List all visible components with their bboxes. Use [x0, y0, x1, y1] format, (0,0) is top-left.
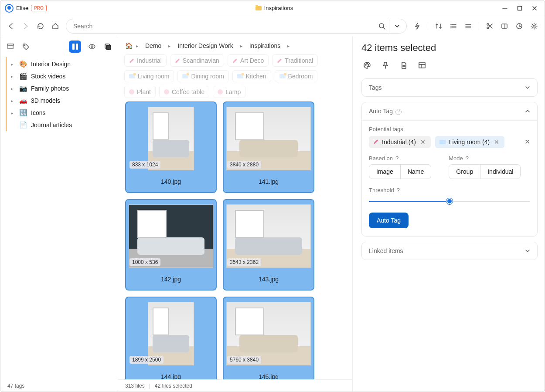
- threshold-label: Threshold?: [369, 187, 530, 193]
- gallery-card[interactable]: 1000 x 536142.jpg: [125, 199, 217, 291]
- gallery[interactable]: 833 x 1024140.jpg3840 x 2880141.jpg1000 …: [118, 101, 352, 379]
- crumb-demo[interactable]: Demo: [142, 41, 165, 51]
- filter-industrial[interactable]: Industrial: [124, 54, 167, 67]
- tree-item-icons[interactable]: ▸🔣Icons: [7, 107, 118, 119]
- user-name: Elise: [16, 5, 28, 11]
- sort-icon[interactable]: [434, 22, 443, 30]
- panel-title: 42 items selected: [361, 42, 538, 54]
- filter-bedroom[interactable]: Bedroom: [275, 70, 318, 82]
- gallery-card[interactable]: 1899 x 2500144.jpg: [125, 297, 217, 379]
- svg-rect-27: [106, 45, 111, 50]
- filter-plant[interactable]: Plant: [124, 86, 156, 98]
- filter-living-room[interactable]: Living room: [124, 70, 174, 82]
- potential-tag-industrial[interactable]: Industrial (4) ✕: [369, 136, 431, 148]
- remove-tag-icon[interactable]: ✕: [493, 139, 500, 145]
- help-icon[interactable]: ?: [397, 187, 400, 193]
- search-icon[interactable]: [378, 22, 386, 30]
- crumb-inspirations[interactable]: Inspirations: [246, 41, 284, 51]
- filter-scandinavian[interactable]: Scandinavian: [170, 54, 224, 67]
- main-toolbar: [0, 16, 545, 36]
- scissors-icon[interactable]: [485, 22, 494, 30]
- panel-doc-icon[interactable]: [400, 61, 408, 71]
- filter-dining-room[interactable]: Dining room: [177, 70, 228, 82]
- list-icon[interactable]: [449, 22, 458, 30]
- status-files: 313 files: [125, 383, 145, 389]
- tag-icon[interactable]: [21, 42, 31, 51]
- archive-icon[interactable]: [6, 42, 15, 51]
- mode-label: Mode?: [449, 155, 521, 162]
- crumb-interior-design-work[interactable]: Interior Design Work: [174, 41, 236, 51]
- auto-tag-header[interactable]: Auto Tag?: [362, 102, 537, 120]
- linked-items-section: Linked items: [361, 242, 538, 260]
- home-crumb-icon[interactable]: 🏠: [125, 42, 133, 49]
- main-area: 🏠▸ Demo▸ Interior Design Work▸ Inspirati…: [118, 36, 353, 392]
- help-icon[interactable]: ?: [395, 155, 399, 162]
- close-button[interactable]: [531, 5, 538, 11]
- window-title: Inspirations: [264, 5, 293, 11]
- separator: [428, 21, 428, 31]
- tags-section: Tags: [361, 78, 538, 97]
- help-icon[interactable]: ?: [466, 155, 469, 162]
- filter-coffee-table[interactable]: Coffee table: [159, 86, 209, 98]
- layers-icon[interactable]: [103, 42, 112, 51]
- settings-icon[interactable]: [530, 22, 538, 30]
- gallery-card[interactable]: 5760 x 3840145.jpg: [223, 297, 314, 379]
- svg-point-9: [451, 24, 451, 24]
- panel-icon[interactable]: [500, 22, 509, 30]
- auto-tag-section: Auto Tag? Potential tags Industrial (4) …: [361, 102, 538, 237]
- minimize-button[interactable]: [502, 5, 508, 11]
- based-on-label: Based on?: [369, 155, 431, 162]
- tree-item-journal-articles[interactable]: ▸📄Journal articles: [7, 119, 118, 131]
- lines-icon[interactable]: [464, 22, 473, 30]
- image-filename: 141.jpg: [259, 178, 279, 185]
- filter-lamp[interactable]: Lamp: [213, 86, 245, 98]
- tags-header[interactable]: Tags: [362, 79, 537, 96]
- filter-traditional[interactable]: Traditional: [272, 54, 318, 67]
- nav-forward-button[interactable]: [21, 22, 30, 30]
- panel-table-icon[interactable]: [418, 61, 426, 71]
- eye-icon[interactable]: [87, 42, 97, 51]
- tree-item-interior-design[interactable]: ▸🎨Interior Design: [7, 58, 118, 70]
- svg-point-11: [451, 27, 451, 28]
- panel-pin-icon[interactable]: [382, 61, 389, 71]
- maximize-button[interactable]: [517, 5, 523, 11]
- refresh-button[interactable]: [36, 22, 45, 30]
- gallery-card[interactable]: 3840 x 2880141.jpg: [223, 101, 314, 193]
- image-dimensions: 3840 x 2880: [227, 161, 261, 169]
- svg-rect-23: [7, 44, 14, 45]
- search-box[interactable]: [66, 19, 407, 34]
- tree-item-family-photos[interactable]: ▸📷Family photos: [7, 82, 118, 95]
- based-on-toggle[interactable]: Image Name: [369, 164, 431, 179]
- image-dimensions: 1000 x 536: [129, 258, 160, 266]
- gallery-card[interactable]: 833 x 1024140.jpg: [125, 101, 217, 193]
- help-icon[interactable]: ?: [395, 109, 402, 115]
- filter-art-deco[interactable]: Art Deco: [228, 54, 269, 67]
- threshold-slider[interactable]: [369, 197, 530, 206]
- auto-tag-button[interactable]: Auto Tag: [369, 213, 409, 228]
- potential-tags-label: Potential tags: [369, 126, 530, 132]
- tree-item-stock-videos[interactable]: ▸🎬Stock videos: [7, 70, 118, 82]
- panel-palette-icon[interactable]: [363, 61, 371, 71]
- linked-items-header[interactable]: Linked items: [362, 242, 537, 260]
- pro-badge: PRO: [31, 5, 47, 11]
- tree-item-3d-models[interactable]: ▸🚗3D models: [7, 95, 118, 107]
- svg-point-24: [24, 45, 25, 46]
- image-dimensions: 833 x 1024: [129, 161, 160, 169]
- history-icon[interactable]: [515, 22, 524, 30]
- view-columns-button[interactable]: [69, 41, 81, 53]
- bolt-icon[interactable]: [413, 22, 422, 30]
- user-avatar[interactable]: [5, 4, 14, 13]
- clear-potential-tags[interactable]: ✕: [525, 138, 530, 146]
- home-button[interactable]: [51, 22, 60, 30]
- potential-tag-living-room[interactable]: Living room (4) ✕: [435, 136, 504, 148]
- mode-toggle[interactable]: Group Individual: [449, 164, 521, 179]
- image-filename: 143.jpg: [259, 276, 279, 283]
- folder-tree: ▸🎨Interior Design ▸🎬Stock videos ▸📷Famil…: [6, 57, 118, 131]
- filter-kitchen[interactable]: Kitchen: [232, 70, 271, 82]
- remove-tag-icon[interactable]: ✕: [419, 139, 426, 145]
- search-dropdown[interactable]: [389, 19, 405, 33]
- nav-back-button[interactable]: [7, 22, 15, 30]
- gallery-card[interactable]: 3543 x 2362143.jpg: [223, 199, 314, 291]
- search-input[interactable]: [73, 23, 378, 30]
- chevron-down-icon: [525, 248, 530, 253]
